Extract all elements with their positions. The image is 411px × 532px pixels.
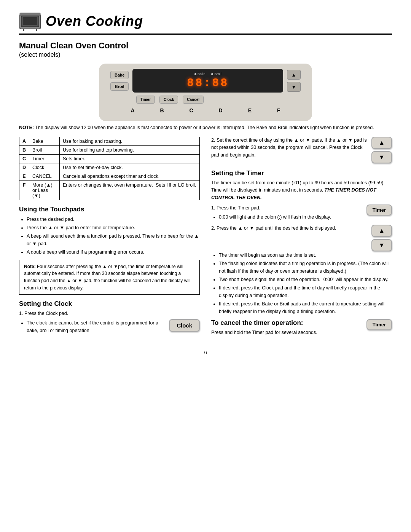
down-arrow-pill-timer[interactable]: ▼ bbox=[371, 239, 392, 251]
clock-button-pill[interactable]: Clock bbox=[169, 319, 200, 332]
panel-display: Bake Broil 88:88 bbox=[132, 69, 283, 93]
broil-indicator: Broil bbox=[211, 72, 221, 76]
arrow-pill-group-timer: ▲ ▼ bbox=[371, 225, 392, 251]
note-label: NOTE: bbox=[19, 125, 34, 130]
table-row: D Clock Use to set time-of-day clock. bbox=[19, 163, 200, 172]
timer-step2-text: 2. Press the ▲ or ▼ pad until the desire… bbox=[211, 225, 392, 232]
timer-intro: The timer can be set from one minute (:0… bbox=[211, 179, 392, 201]
row-name-e: CANCEL bbox=[29, 172, 60, 181]
cancel-timer-button[interactable]: Timer bbox=[366, 319, 392, 330]
arrow-pill-group-clock: ▲ ▼ bbox=[371, 137, 392, 163]
table-row: F More (▲) or Less (▼) Enters or changes… bbox=[19, 181, 200, 200]
touchpads-bullets: Press the desired pad. Press the ▲ or ▼ … bbox=[19, 216, 200, 256]
row-letter-a: A bbox=[19, 137, 29, 145]
row-name-d: Clock bbox=[29, 163, 60, 172]
broil-button[interactable]: Broil bbox=[110, 82, 129, 91]
row-desc-e: Cancels all operations except timer and … bbox=[60, 172, 200, 181]
up-arrow-button[interactable]: ▲ bbox=[287, 70, 301, 80]
section-subtitle: (select models) bbox=[19, 51, 392, 58]
table-row: B Broil Use for broiling and top brownin… bbox=[19, 145, 200, 154]
list-item: If desired, press the Bake or Broil pads… bbox=[219, 300, 392, 315]
panel-outer: Bake Broil Bake Broil 88:88 ▲ bbox=[99, 64, 312, 121]
label-c: C bbox=[190, 107, 193, 113]
row-letter-e: E bbox=[19, 172, 29, 181]
section-main-title: Manual Clean Oven Control bbox=[19, 41, 392, 51]
table-row: A Bake Use for baking and roasting. bbox=[19, 137, 200, 145]
panel-left-buttons: Bake Broil bbox=[110, 71, 129, 91]
up-arrow-pill-clock[interactable]: ▲ bbox=[371, 137, 392, 149]
row-desc-b: Use for broiling and top browning. bbox=[60, 145, 200, 154]
list-item: If desired, press the Clock pad and the … bbox=[219, 284, 392, 299]
cancel-timer-desc: Press and hold the Timer pad for several… bbox=[211, 329, 392, 336]
note-box-text: Four seconds after pressing the ▲ or ▼pa… bbox=[24, 264, 190, 291]
panel-bottom-row: Timer Clock Cancel bbox=[110, 96, 301, 104]
svg-rect-2 bbox=[23, 17, 37, 25]
table-row: C Timer Sets timer. bbox=[19, 154, 200, 163]
row-letter-b: B bbox=[19, 145, 29, 154]
broil-dot bbox=[211, 73, 213, 75]
timer-small-button[interactable]: Timer bbox=[136, 96, 155, 104]
cancel-timer-section: Timer To cancel the timer operation: Pre… bbox=[211, 319, 392, 336]
table-row: E CANCEL Cancels all operations except t… bbox=[19, 172, 200, 181]
row-letter-f: F bbox=[19, 181, 29, 200]
row-desc-c: Sets timer. bbox=[60, 154, 200, 163]
label-d: D bbox=[219, 107, 223, 113]
oven-icon bbox=[19, 11, 41, 31]
row-desc-a: Use for baking and roasting. bbox=[60, 137, 200, 145]
cancel-timer-title: To cancel the timer operation: bbox=[211, 319, 392, 327]
down-arrow-button[interactable]: ▼ bbox=[287, 82, 301, 92]
bake-button[interactable]: Bake bbox=[110, 71, 129, 79]
row-letter-d: D bbox=[19, 163, 29, 172]
bake-indicator: Bake bbox=[194, 72, 206, 76]
list-item: Two short beeps signal the end of the op… bbox=[219, 276, 392, 283]
using-touchpads-title: Using the Touchpads bbox=[19, 206, 200, 213]
down-arrow-pill-clock[interactable]: ▼ bbox=[371, 151, 392, 163]
clock-step1: 1. Press the Clock pad. bbox=[19, 310, 200, 317]
row-letter-c: C bbox=[19, 154, 29, 163]
list-item: Press the ▲ or ▼ pad to enter time or te… bbox=[27, 224, 200, 232]
clock-step2-section: ▲ ▼ 2. Set the correct time of day using… bbox=[211, 137, 392, 163]
panel-right-arrows: ▲ ▼ bbox=[287, 70, 301, 92]
two-col-layout: A Bake Use for baking and roasting. B Br… bbox=[19, 137, 392, 342]
list-item: A beep will sound each time a function p… bbox=[27, 232, 200, 248]
list-item: Press the desired pad. bbox=[27, 216, 200, 223]
timer-step2-bullets: The timer will begin as soon as the time… bbox=[211, 251, 392, 315]
list-item: The timer will begin as soon as the time… bbox=[219, 251, 392, 259]
label-f: F bbox=[277, 107, 280, 113]
note-box: Note: Four seconds after pressing the ▲ … bbox=[19, 260, 200, 295]
timer-step1-text: 1. Press the Timer pad. bbox=[211, 204, 392, 212]
col-right: ▲ ▼ 2. Set the correct time of day using… bbox=[211, 137, 392, 342]
row-desc-f: Enters or changes time, oven temperature… bbox=[60, 181, 200, 200]
label-e: E bbox=[248, 107, 252, 113]
note-block: NOTE: The display will show 12:00 when t… bbox=[19, 124, 392, 131]
bake-dot bbox=[194, 73, 196, 75]
row-name-f: More (▲) or Less (▼) bbox=[29, 181, 60, 200]
row-name-a: Bake bbox=[29, 137, 60, 145]
list-item: The flashing colon indicates that a timi… bbox=[219, 260, 392, 275]
row-desc-d: Use to set time-of-day clock. bbox=[60, 163, 200, 172]
panel-inner-top: Bake Broil Bake Broil 88:88 ▲ bbox=[110, 69, 301, 93]
clock-small-button[interactable]: Clock bbox=[159, 96, 178, 104]
label-a: A bbox=[131, 107, 134, 113]
setting-clock-section: Setting the Clock 1. Press the Clock pad… bbox=[19, 300, 200, 338]
timer-step2-section: ▲ ▼ 2. Press the ▲ or ▼ pad until the de… bbox=[211, 225, 392, 251]
list-item: 0:00 will light and the colon (:) will f… bbox=[219, 213, 392, 221]
page-number: 6 bbox=[19, 350, 392, 355]
timer-step1-button[interactable]: Timer bbox=[366, 204, 392, 216]
page-title: Oven Cooking bbox=[46, 13, 143, 29]
section-manual-clean: Manual Clean Oven Control (select models… bbox=[19, 41, 392, 58]
panel-diagram: Bake Broil Bake Broil 88:88 ▲ bbox=[19, 64, 392, 121]
row-name-b: Broil bbox=[29, 145, 60, 154]
setting-timer-title: Setting the Timer bbox=[211, 169, 392, 177]
list-item: A double beep will sound if a programmin… bbox=[27, 248, 200, 256]
clock-step2-text: 2. Set the correct time of day using the… bbox=[211, 137, 392, 159]
cancel-small-button[interactable]: Cancel bbox=[183, 96, 204, 104]
timer-step1-section: Timer 1. Press the Timer pad. 0:00 will … bbox=[211, 204, 392, 225]
setting-clock-title: Setting the Clock bbox=[19, 300, 200, 308]
up-arrow-pill-timer[interactable]: ▲ bbox=[371, 225, 392, 237]
timer-step1-bullets: 0:00 will light and the colon (:) will f… bbox=[211, 213, 392, 221]
note-box-label: Note: bbox=[24, 264, 36, 269]
label-b: B bbox=[160, 107, 164, 113]
page-header: Oven Cooking bbox=[19, 11, 392, 35]
panel-letter-labels: A B C D E F bbox=[110, 107, 301, 113]
